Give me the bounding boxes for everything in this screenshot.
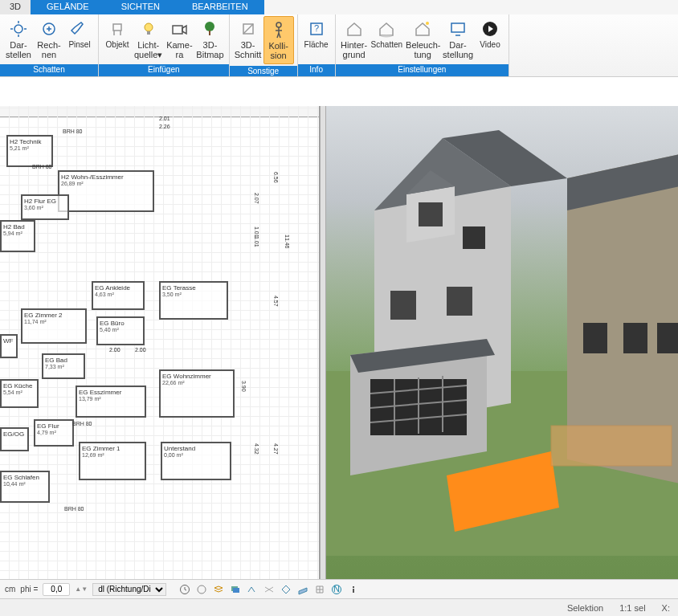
room-eg-flur[interactable]: EG Flur4,79 m² (34, 419, 74, 447)
btn-kamera[interactable]: Kame-ra (164, 16, 194, 63)
diamond-icon[interactable] (279, 582, 293, 597)
svg-rect-29 (657, 323, 678, 353)
room-h2-bad[interactable]: H2 Bad5,94 m² (0, 220, 35, 252)
room-eg-ess[interactable]: EG Esszimmer13,79 m² (76, 386, 146, 418)
room-h2-wohn[interactable]: H2 Wohn-/Esszimmer26,89 m² (58, 170, 154, 212)
btn-rechnen[interactable]: Rech-nen (34, 16, 64, 63)
room-eg-schlafen[interactable]: EG Schlafen10,44 m² (0, 471, 50, 503)
bottom-bar: Selektion 1:1 sel X: (0, 598, 678, 616)
house-bg-icon (345, 19, 364, 39)
room-eg-zimmer2[interactable]: EG Zimmer 211,74 m² (21, 308, 87, 344)
bulb-icon (139, 19, 158, 39)
house-3d (326, 106, 678, 556)
stepper-icon[interactable]: ▲▼ (75, 585, 88, 593)
grid-icon[interactable] (312, 582, 327, 597)
room-eg-buero[interactable]: EG Büro5,40 m² (96, 316, 145, 345)
svg-rect-13 (209, 31, 210, 35)
tab-sichten[interactable]: SICHTEN (105, 0, 176, 14)
group-title: Info (298, 64, 335, 76)
room-h2-flur[interactable]: H2 Flur EG3,60 m² (21, 194, 69, 220)
btn-darstellen[interactable]: Dar-stellen (3, 16, 34, 63)
group-einfuegen: Objekt Licht-quelle▾ Kame-ra 3D-Bitmap E… (99, 14, 230, 76)
btn-schatten-set[interactable]: Schatten (370, 16, 404, 63)
workspace: H2 Technik5,21 m² H2 Wohn-/Esszimmer26,8… (0, 106, 678, 580)
svg-rect-49 (551, 426, 672, 466)
btn-darstellung[interactable]: Dar-stellung (441, 16, 475, 63)
room-h2-technik[interactable]: H2 Technik5,21 m² (6, 135, 53, 167)
status-bar: cm phi = ▲▼ dl (Richtung/Di N (0, 579, 678, 598)
group-sonstige: 3D-Schnitt Kolli-sion Sonstige (230, 14, 298, 76)
status-phi-input[interactable] (43, 583, 70, 596)
chair-icon (108, 19, 127, 39)
dim: 6.56 (273, 172, 279, 183)
ribbon-tabs: 3D GELÄNDE SICHTEN BEARBEITEN (0, 0, 678, 14)
tab-gelaende[interactable]: GELÄNDE (31, 0, 105, 14)
group-schatten: Dar-stellen Rech-nen Pinsel Schatten (0, 14, 99, 76)
tab-bearbeiten[interactable]: BEARBEITEN (176, 0, 264, 14)
svg-rect-39 (447, 287, 472, 316)
btn-pinsel[interactable]: Pinsel (64, 16, 95, 63)
room-eg-bad[interactable]: EG Bad7,33 m² (42, 353, 85, 379)
play-icon (480, 19, 500, 39)
btn-flaeche[interactable]: ? Fläche (301, 16, 332, 63)
circle-icon[interactable] (194, 582, 209, 597)
pane-3d[interactable] (326, 106, 678, 580)
room-eg-wohn[interactable]: EG Wohnzimmer22,66 m² (159, 369, 235, 418)
plane-icon[interactable] (296, 582, 310, 597)
status-icons: N (178, 582, 361, 597)
dim: 1.01 (254, 236, 259, 247)
dim: 4.27 (273, 443, 279, 455)
room-wf[interactable]: WF (0, 334, 18, 358)
dim: 3.90 (241, 381, 247, 392)
room-eg-terasse[interactable]: EG Terasse3,50 m² (159, 281, 228, 320)
btn-hintergrund[interactable]: Hinter-grund (339, 16, 370, 63)
svg-rect-10 (147, 31, 150, 35)
room-eg-ankleide[interactable]: EG Ankleide4,63 m² (92, 281, 145, 310)
svg-rect-6 (113, 24, 121, 31)
room-eg-zimmer1[interactable]: EG Zimmer 112,69 m² (79, 442, 146, 480)
btn-3dschnitt[interactable]: 3D-Schnitt (233, 16, 263, 64)
status-coord: X: (662, 603, 670, 613)
svg-rect-38 (390, 291, 416, 320)
btn-beleuchtung[interactable]: Beleuch-tung (404, 16, 441, 63)
person-icon (269, 20, 288, 39)
calc-icon (39, 19, 59, 39)
info-icon[interactable] (346, 582, 361, 597)
status-selektion: Selektion (567, 603, 603, 613)
dim: 4.32 (254, 443, 259, 455)
dim: 2.07 (254, 193, 259, 204)
room-eg-kueche[interactable]: EG Küche5,54 m² (0, 379, 39, 408)
svg-rect-56 (353, 586, 354, 588)
svg-point-51 (198, 585, 206, 594)
room-eg-og[interactable]: EG/OG (0, 427, 29, 451)
group-title: Sonstige (230, 66, 297, 76)
svg-point-0 (14, 25, 22, 33)
north-icon[interactable]: N (329, 582, 344, 597)
stack-icon[interactable] (228, 582, 243, 597)
brush-icon (70, 19, 89, 39)
svg-point-9 (145, 23, 153, 31)
btn-kollision[interactable]: Kolli-sion (263, 16, 294, 64)
snap1-icon[interactable] (245, 582, 259, 597)
btn-3dbitmap[interactable]: 3D-Bitmap (194, 16, 225, 63)
btn-video[interactable]: Video (475, 16, 505, 63)
btn-objekt[interactable]: Objekt (102, 16, 133, 63)
pane-2d[interactable]: H2 Technik5,21 m² H2 Wohn-/Esszimmer26,8… (0, 106, 320, 580)
svg-rect-27 (583, 323, 607, 353)
svg-point-16 (276, 22, 281, 27)
pane-divider[interactable] (320, 106, 326, 580)
status-scale: 1:1 sel (619, 603, 645, 613)
svg-text:?: ? (314, 23, 319, 33)
svg-rect-37 (463, 226, 485, 249)
group-einstellungen: Hinter-grund Schatten Beleuch-tung Dar-s… (336, 14, 509, 76)
dim: BRH 80 (64, 506, 84, 512)
snap2-icon[interactable] (262, 582, 276, 597)
status-direction-dd[interactable]: dl (Richtung/Di (92, 583, 166, 596)
btn-lichtquelle[interactable]: Licht-quelle▾ (133, 16, 164, 63)
tab-3d[interactable]: 3D (0, 0, 31, 14)
svg-rect-21 (451, 23, 464, 32)
layers-icon[interactable] (211, 582, 226, 597)
house-light-icon (413, 19, 432, 39)
room-unterstand[interactable]: Unterstand0,00 m² (161, 442, 231, 480)
clock-icon[interactable] (178, 582, 192, 597)
